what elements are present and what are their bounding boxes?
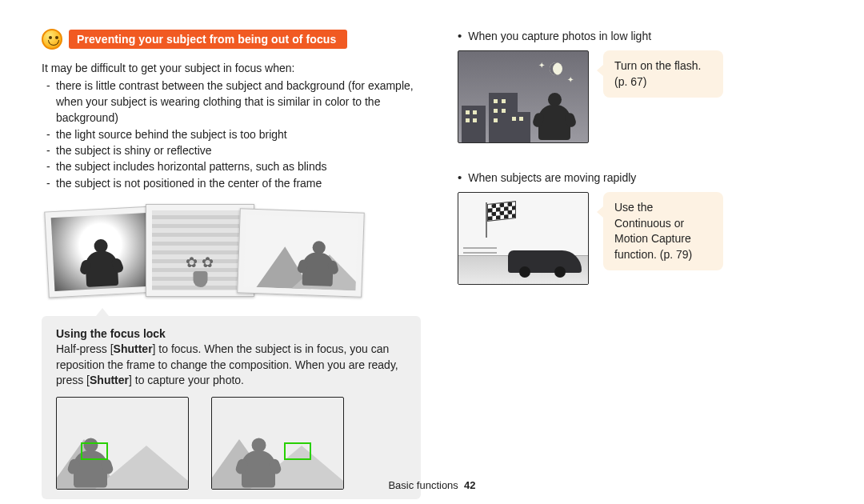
manual-page: Preventing your subject from being out o… xyxy=(0,0,864,504)
heading-text: When you capture photos in low light xyxy=(468,30,651,42)
moving-subject-illustration xyxy=(458,192,589,285)
illustration-photos: ✿ ✿ xyxy=(42,199,421,302)
callout-pointer-icon xyxy=(96,308,109,316)
focus-lock-text: Half-press [Shutter] to focus. When the … xyxy=(56,342,406,389)
list-item: the subject is not positioned in the cen… xyxy=(46,175,421,191)
intro-text: It may be difficult to get your subject … xyxy=(42,61,421,76)
right-column: When you capture photos in low light ✦ ✦… xyxy=(458,29,821,499)
low-light-tip: Turn on the flash. (p. 67) xyxy=(603,50,723,98)
car-icon xyxy=(508,250,582,273)
moving-subject-tip: Use the Continuous or Motion Capture fun… xyxy=(603,192,723,270)
focus-indicator-icon xyxy=(81,442,108,460)
list-item: the light source behind the subject is t… xyxy=(46,126,421,142)
list-item: the subject is shiny or reflective xyxy=(46,142,421,158)
low-light-illustration: ✦ ✦ xyxy=(458,50,589,143)
focus-indicator-icon xyxy=(284,442,311,460)
bullet-icon xyxy=(458,29,462,42)
moon-icon xyxy=(550,62,562,75)
footer-page-number: 42 xyxy=(464,479,475,491)
focus-lock-callout: Using the focus lock Half-press [Shutter… xyxy=(42,316,421,499)
focus-example-2 xyxy=(211,397,344,490)
focus-example-1 xyxy=(56,397,189,490)
heading-text: When subjects are moving rapidly xyxy=(468,171,636,184)
low-light-heading: When you capture photos in low light xyxy=(458,29,821,42)
moving-subject-tip-row: Use the Continuous or Motion Capture fun… xyxy=(458,192,821,285)
focus-lock-examples xyxy=(56,397,406,490)
checkered-flag-icon xyxy=(486,202,487,238)
left-column: Preventing your subject from being out o… xyxy=(42,29,421,499)
footer-section: Basic functions xyxy=(388,479,458,491)
list-item: the subject includes horizontal patterns… xyxy=(46,158,421,174)
section-title: Preventing your subject from being out o… xyxy=(69,30,347,49)
bullet-icon xyxy=(458,170,462,184)
focus-difficulty-list: there is little contrast between the sub… xyxy=(42,78,421,191)
photo-low-contrast xyxy=(44,206,157,298)
photo-off-center xyxy=(237,208,365,297)
low-light-tip-row: ✦ ✦ Turn on the flash. (p. 67) xyxy=(458,50,821,143)
list-item: there is little contrast between the sub… xyxy=(46,78,421,126)
page-footer: Basic functions 42 xyxy=(0,479,864,491)
smiley-icon xyxy=(42,29,62,50)
section-header: Preventing your subject from being out o… xyxy=(42,29,421,50)
moving-subject-heading: When subjects are moving rapidly xyxy=(458,170,821,184)
focus-lock-title: Using the focus lock xyxy=(56,327,406,340)
